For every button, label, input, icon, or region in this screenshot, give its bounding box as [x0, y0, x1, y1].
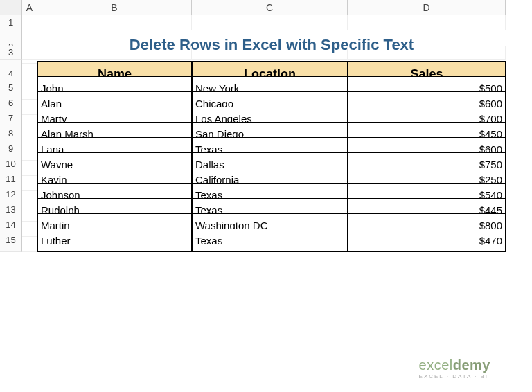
cell-empty[interactable]	[22, 229, 37, 252]
row-header-15[interactable]: 15	[0, 229, 22, 252]
column-header-C[interactable]: C	[192, 0, 348, 15]
cell-empty[interactable]	[348, 15, 506, 30]
select-all-corner[interactable]	[0, 0, 22, 15]
cell-empty[interactable]	[37, 15, 192, 30]
spreadsheet-grid[interactable]: ABCD12Delete Rows in Excel with Specific…	[0, 0, 532, 244]
watermark-brand-2: demy	[453, 357, 490, 373]
cell-empty[interactable]	[192, 15, 348, 30]
cell-sales[interactable]: $470	[348, 229, 506, 252]
watermark-brand: exceldemy	[419, 357, 490, 373]
row-header-3[interactable]: 3	[0, 46, 22, 60]
watermark-tag: EXCEL · DATA · BI	[419, 373, 490, 380]
cell-name[interactable]: Luther	[37, 229, 192, 252]
column-header-A[interactable]: A	[22, 0, 37, 15]
cell-location[interactable]: Texas	[192, 229, 348, 252]
watermark: exceldemy EXCEL · DATA · BI	[419, 357, 490, 380]
cell-empty[interactable]	[192, 46, 348, 60]
cell-empty[interactable]	[22, 46, 37, 60]
cell-empty[interactable]	[348, 46, 506, 60]
cell-empty[interactable]	[37, 46, 192, 60]
cell-empty[interactable]	[22, 15, 37, 30]
watermark-brand-1: excel	[419, 357, 453, 373]
column-header-B[interactable]: B	[37, 0, 192, 15]
row-header-1[interactable]: 1	[0, 15, 22, 30]
column-header-D[interactable]: D	[348, 0, 506, 15]
